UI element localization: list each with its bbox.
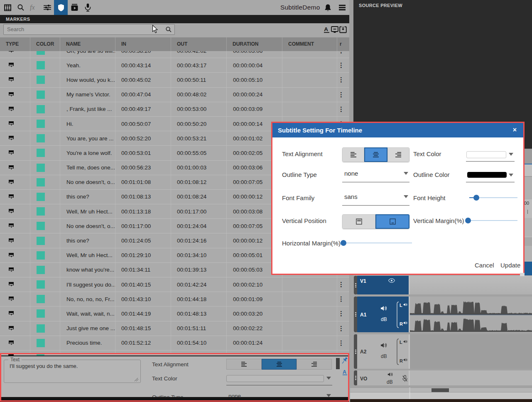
svg-text:R: R — [400, 358, 403, 363]
svg-text:L: L — [400, 340, 402, 345]
svg-text:fx: fx — [30, 4, 35, 11]
svg-text:L: L — [400, 303, 402, 308]
svg-text:A: A — [343, 369, 346, 375]
svg-text:A: A — [324, 26, 328, 32]
svg-text:R: R — [400, 321, 403, 326]
